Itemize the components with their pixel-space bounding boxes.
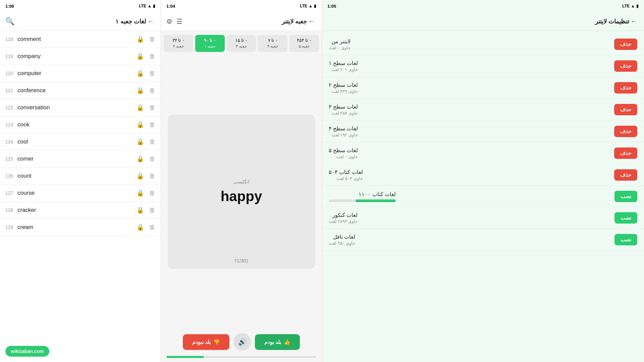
word-text: count: [17, 173, 137, 179]
tab-item[interactable]: ۰ تا ۴۵۳جعبه ۵: [289, 35, 319, 52]
settings-item-info: لغات سطح ۲ حاوی ۳۳۹ لغت: [329, 82, 358, 94]
install-progress-fill: [356, 199, 396, 202]
settings-item-title: لغات تافل: [329, 234, 355, 240]
word-number: 122: [5, 105, 17, 110]
middle-battery-icon: ▮: [314, 4, 316, 8]
list-item: 120 computer 🔒 🗑: [0, 65, 161, 82]
wrong-button[interactable]: 👎 بلد نبودم: [183, 334, 229, 350]
delete-word-icon[interactable]: 🗑: [149, 87, 155, 94]
right-status-bar: 1:05 LTE ▲ ▮: [322, 0, 644, 12]
sound-button[interactable]: 🔊: [233, 333, 251, 351]
left-network: LTE: [139, 4, 146, 8]
left-header-title: لغات جعبه ۱: [14, 18, 146, 25]
settings-item-title: لغات سطح ۱: [329, 60, 358, 66]
middle-status-right: LTE ▲ ▮: [300, 4, 316, 8]
settings-item-info: لغات سطح ۳ حاوی ۲۵۷ لغت: [329, 104, 358, 116]
settings-item: حذف لغات سطح ۳ حاوی ۲۵۷ لغت: [322, 99, 644, 121]
word-text: cool: [17, 138, 137, 145]
list-item: 119 company 🔒 🗑: [0, 48, 161, 65]
settings-item-info: لغات کنکور حاوی ۲۸۹۳ لغت: [329, 212, 358, 224]
list-item: 125 corner 🔒 🗑: [0, 150, 161, 168]
settings-item-sub: حاوی ۲۵۷ لغت: [329, 111, 358, 116]
delete-button[interactable]: حذف: [614, 169, 637, 181]
wrong-thumb-icon: 👎: [213, 339, 220, 345]
save-icon[interactable]: 🔒: [137, 138, 144, 145]
left-time: 1:06: [5, 4, 14, 9]
delete-word-icon[interactable]: 🗑: [149, 207, 155, 214]
settings-item-title: لغات سطح ۳: [329, 104, 358, 110]
settings-item-sub: حاوی ۴۵۰ لغت: [329, 241, 355, 246]
word-number: 118: [5, 37, 17, 42]
left-status-bar: 1:06 LTE ▲ ▮: [0, 0, 161, 12]
delete-word-icon[interactable]: 🗑: [149, 173, 155, 180]
left-battery-icon: ▮: [153, 4, 155, 8]
bookmark-icon[interactable]: ☰: [176, 17, 182, 25]
install-button[interactable]: نصب: [614, 234, 637, 245]
delete-word-icon[interactable]: 🗑: [149, 156, 155, 163]
list-item: 126 count 🔒 🗑: [0, 168, 161, 185]
save-icon[interactable]: 🔒: [137, 189, 144, 197]
settings-item-title: لغات سطح ۵: [329, 147, 358, 154]
delete-word-icon[interactable]: 🗑: [149, 70, 155, 77]
settings-icon[interactable]: ⚙: [166, 17, 172, 25]
delete-button[interactable]: حذف: [614, 104, 637, 115]
word-actions: 🔒 🗑: [137, 87, 155, 94]
save-icon[interactable]: 🔒: [137, 206, 144, 214]
delete-word-icon[interactable]: 🗑: [149, 138, 155, 145]
save-icon[interactable]: 🔒: [137, 36, 144, 43]
right-back-button[interactable]: ←: [629, 17, 639, 25]
word-text: cook: [17, 121, 137, 128]
middle-signal-icon: ▲: [309, 4, 313, 8]
tab-item[interactable]: ۰ تا ۳۴جعبه ۲: [164, 35, 193, 52]
right-network: LTE: [622, 4, 630, 8]
delete-word-icon[interactable]: 🗑: [149, 104, 155, 111]
settings-item: حذف لغات کتاب ۵۰۴ حاوی ۵۰۴ لغت: [322, 164, 644, 186]
delete-word-icon[interactable]: 🗑: [149, 121, 155, 128]
save-icon[interactable]: 🔒: [137, 53, 144, 60]
word-actions: 🔒 🗑: [137, 224, 155, 231]
delete-word-icon[interactable]: 🗑: [149, 190, 155, 197]
save-icon[interactable]: 🔒: [137, 70, 144, 77]
right-battery-icon: ▮: [636, 4, 639, 8]
list-item: 121 conference 🔒 🗑: [0, 82, 161, 99]
delete-button[interactable]: حذف: [614, 39, 637, 50]
delete-word-icon[interactable]: 🗑: [149, 53, 155, 60]
tab-item[interactable]: ۰ تا ۱۵جعبه ۳: [227, 35, 256, 52]
word-actions: 🔒 🗑: [137, 206, 155, 214]
word-actions: 🔒 🗑: [137, 70, 155, 77]
save-icon[interactable]: 🔒: [137, 224, 144, 231]
save-icon[interactable]: 🔒: [137, 87, 144, 94]
settings-item: حذف لغات سطح ۴ حاوی ۱۹۲ لغت: [322, 121, 644, 142]
save-icon[interactable]: 🔒: [137, 104, 144, 111]
delete-button[interactable]: حذف: [614, 82, 637, 94]
word-list: 118 comment 🔒 🗑 119 company 🔒 🗑 120 comp…: [0, 31, 161, 362]
delete-button[interactable]: حذف: [614, 147, 637, 159]
delete-word-icon[interactable]: 🗑: [149, 36, 155, 43]
delete-word-icon[interactable]: 🗑: [149, 224, 155, 231]
settings-item: نصب لغات تافل حاوی ۴۵۰ لغت: [322, 229, 644, 251]
install-button[interactable]: نصب: [614, 212, 637, 224]
settings-item-info: لغات سطح ۴ حاوی ۱۹۲ لغت: [329, 125, 358, 137]
delete-button[interactable]: حذف: [614, 60, 637, 72]
left-header: ← لغات جعبه ۱ 🔍: [0, 12, 161, 31]
left-back-button[interactable]: ←: [146, 17, 155, 25]
search-button[interactable]: 🔍: [5, 17, 14, 26]
list-item: 129 cream 🔒 🗑: [0, 219, 161, 236]
install-progress-bar: [329, 199, 396, 202]
word-text: cream: [17, 224, 137, 231]
word-number: 120: [5, 71, 17, 76]
left-panel: 1:06 LTE ▲ ▮ ← لغات جعبه ۱ 🔍 118 comment…: [0, 0, 161, 362]
save-icon[interactable]: 🔒: [137, 155, 144, 163]
delete-button[interactable]: حذف: [614, 126, 637, 137]
tab-item[interactable]: ۰ تا ۷جعبه ۴: [258, 35, 287, 52]
tab-item[interactable]: ۰ تا ۹۰جعبه ۱: [195, 35, 225, 52]
right-status-right: LTE ▲ ▮: [622, 4, 639, 8]
middle-back-button[interactable]: ←: [307, 17, 316, 25]
word-text: cracker: [17, 207, 137, 214]
settings-item-info: لغات سطح ۵ حاوی ۰ لغت: [329, 147, 358, 159]
correct-button[interactable]: 👍 بلد بودم: [255, 334, 300, 350]
save-icon[interactable]: 🔒: [137, 172, 144, 180]
install-button[interactable]: نصب: [614, 191, 637, 202]
word-number: 127: [5, 190, 17, 196]
save-icon[interactable]: 🔒: [137, 121, 144, 128]
